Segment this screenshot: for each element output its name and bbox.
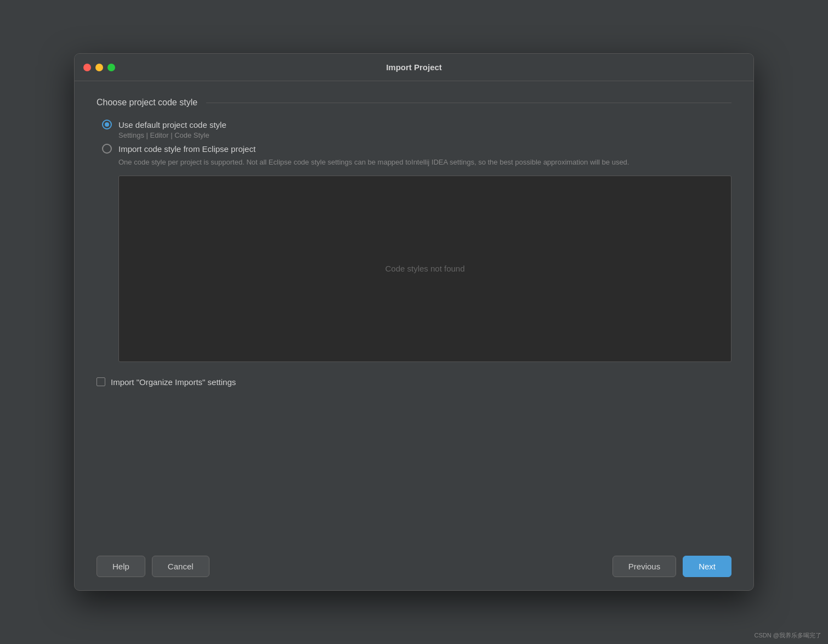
code-styles-empty-text: Code styles not found [385,264,464,273]
close-button[interactable] [83,64,91,71]
radio-circle-eclipse[interactable] [102,144,112,154]
radio-circle-default[interactable] [102,120,112,129]
code-styles-panel: Code styles not found [118,176,731,362]
maximize-button[interactable] [107,64,115,71]
radio-label-default: Use default project code style [118,120,226,129]
radio-label-eclipse: Import code style from Eclipse project [118,144,256,154]
organize-imports-checkbox-row[interactable]: Import "Organize Imports" settings [97,377,731,387]
radio-row-default[interactable]: Use default project code style [102,120,731,129]
content-spacer [97,387,731,536]
window-title: Import Project [386,63,442,72]
minimize-button[interactable] [95,64,103,71]
organize-imports-checkbox[interactable] [97,377,105,386]
divider-line [206,103,731,103]
window-controls [83,64,115,71]
radio-sublabel-default: Settings | Editor | Code Style [118,131,731,139]
footer-left-buttons: Help Cancel [97,556,209,577]
organize-imports-label: Import "Organize Imports" settings [111,377,236,387]
previous-button[interactable]: Previous [613,556,676,577]
radio-description-eclipse: One code style per project is supported.… [118,157,656,168]
content-area: Choose project code style Use default pr… [75,81,753,547]
radio-option-default: Use default project code style Settings … [102,120,731,139]
help-button[interactable]: Help [97,556,145,577]
import-project-window: Import Project Choose project code style… [74,53,754,591]
title-bar: Import Project [75,54,753,81]
cancel-button[interactable]: Cancel [152,556,209,577]
footer: Help Cancel Previous Next [75,547,753,590]
footer-right-buttons: Previous Next [613,556,731,577]
radio-row-eclipse[interactable]: Import code style from Eclipse project [102,144,731,154]
watermark: CSDN @我养乐多喝完了 [755,631,821,640]
radio-option-eclipse: Import code style from Eclipse project O… [102,144,731,362]
section-divider: Choose project code style [97,98,731,108]
radio-group: Use default project code style Settings … [102,120,731,366]
section-heading: Choose project code style [97,98,197,108]
next-button[interactable]: Next [683,556,731,577]
